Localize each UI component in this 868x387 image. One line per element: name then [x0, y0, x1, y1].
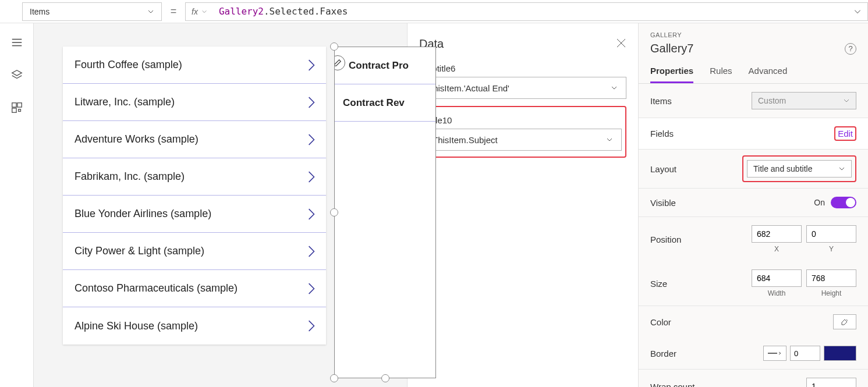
close-button[interactable] [616, 38, 626, 50]
list-item[interactable]: Adventure Works (sample) [63, 121, 326, 158]
list-item[interactable]: Blue Yonder Airlines (sample) [63, 196, 326, 233]
svg-rect-6 [18, 109, 20, 112]
prop-label-layout: Layout [650, 164, 676, 174]
sublabel-y: Y [806, 245, 856, 253]
tab-advanced[interactable]: Advanced [749, 66, 788, 83]
sublabel-height: Height [806, 289, 856, 297]
formula-input[interactable]: Gallery2.Selected.Faxes [213, 2, 868, 21]
highlight-annotation: Edit [834, 126, 856, 141]
list-item[interactable]: Contoso Pharmaceuticals (sample) [63, 270, 326, 307]
prop-label-items: Items [650, 96, 672, 106]
resize-handle[interactable] [330, 208, 338, 216]
edit-template-button[interactable] [335, 55, 345, 70]
chevron-right-icon [307, 59, 316, 72]
canvas[interactable]: Fourth Coffee (sample) Litware, Inc. (sa… [34, 23, 407, 387]
title-binding-dropdown[interactable]: ThisItem.Subject [424, 129, 622, 151]
tab-rules[interactable]: Rules [710, 66, 732, 83]
layout-dropdown[interactable]: Title and subtitle [747, 160, 852, 177]
list-item[interactable]: Litware, Inc. (sample) [63, 84, 326, 121]
fx-button[interactable]: fx [185, 2, 213, 21]
chevron-down-icon [147, 8, 154, 15]
prop-label-wrap-count: Wrap count [650, 382, 695, 388]
properties-pane: GALLERY Gallery7 ? Properties Rules Adva… [638, 23, 868, 387]
field-label: Title10 [426, 115, 622, 125]
position-y-input[interactable] [806, 225, 856, 243]
color-picker[interactable] [833, 314, 856, 329]
prop-label-border: Border [650, 349, 676, 358]
position-x-input[interactable] [752, 225, 802, 243]
property-dropdown-label: Items [30, 7, 49, 16]
chevron-down-icon [843, 97, 850, 104]
line-icon [768, 351, 782, 356]
chevron-right-icon [307, 133, 316, 146]
chevron-right-icon [307, 96, 316, 109]
chevron-down-icon [853, 8, 862, 16]
chevron-right-icon [307, 208, 316, 221]
data-pane: Data Subtitle6 ThisItem.'Actual End' Tit… [407, 23, 638, 387]
control-name[interactable]: Gallery7 [650, 42, 693, 55]
svg-rect-3 [12, 103, 16, 107]
formula-token-object: Gallery2 [219, 6, 264, 17]
paint-icon [840, 317, 849, 326]
chevron-down-icon [611, 84, 618, 91]
chevron-right-icon [307, 171, 316, 183]
prop-label-fields: Fields [650, 129, 674, 139]
sublabel-x: X [752, 245, 802, 253]
visible-toggle[interactable] [831, 197, 856, 208]
property-dropdown[interactable]: Items [22, 2, 162, 21]
items-dropdown[interactable]: Custom [752, 92, 856, 109]
resize-handle[interactable] [330, 374, 338, 382]
list-item[interactable]: Contract Rev [335, 84, 435, 122]
list-item[interactable]: City Power & Light (sample) [63, 233, 326, 270]
control-type-label: GALLERY [650, 31, 856, 38]
resize-handle[interactable] [381, 374, 389, 382]
close-icon [616, 38, 626, 48]
chevron-right-icon [307, 245, 316, 258]
hamburger-icon[interactable] [10, 36, 23, 49]
fields-edit-link[interactable]: Edit [838, 129, 853, 139]
svg-rect-5 [12, 108, 16, 112]
gallery-selected[interactable]: Contract Pro Contract Rev [334, 47, 436, 378]
border-style-dropdown[interactable] [763, 346, 786, 361]
size-width-input[interactable] [752, 269, 802, 287]
pencil-icon [335, 59, 342, 67]
help-button[interactable]: ? [845, 43, 856, 55]
list-item[interactable]: Fabrikam, Inc. (sample) [63, 158, 326, 196]
list-item[interactable]: Fourth Coffee (sample) [63, 47, 326, 84]
equals-sign: = [162, 5, 185, 17]
left-rail [0, 23, 34, 387]
sublabel-width: Width [752, 289, 802, 297]
components-icon[interactable] [10, 101, 23, 114]
chevron-down-icon [201, 9, 207, 15]
toggle-state-label: On [814, 198, 825, 207]
layers-icon[interactable] [10, 69, 23, 81]
subtitle-binding-dropdown[interactable]: ThisItem.'Actual End' [419, 77, 626, 99]
prop-label-position: Position [650, 235, 681, 244]
fx-label: fx [192, 7, 198, 16]
field-label: Subtitle6 [421, 63, 626, 73]
wrap-count-input[interactable] [806, 378, 856, 387]
gallery-accounts[interactable]: Fourth Coffee (sample) Litware, Inc. (sa… [63, 47, 326, 345]
border-color-picker[interactable] [824, 346, 856, 361]
size-height-input[interactable] [806, 269, 856, 287]
chevron-right-icon [307, 319, 316, 332]
chevron-right-icon [307, 282, 316, 295]
highlight-annotation: Title and subtitle [742, 155, 856, 182]
list-item[interactable]: Alpine Ski House (sample) [63, 307, 326, 345]
prop-label-color: Color [650, 317, 671, 327]
tab-properties[interactable]: Properties [650, 66, 693, 83]
highlight-annotation: Title10 ThisItem.Subject [419, 106, 626, 158]
border-width-input[interactable] [790, 346, 820, 361]
svg-rect-4 [17, 103, 21, 107]
chevron-down-icon [606, 136, 613, 143]
formula-token-rest: .Selected.Faxes [264, 6, 348, 17]
list-item[interactable]: Contract Pro [335, 47, 435, 84]
prop-label-size: Size [650, 279, 667, 289]
chevron-down-icon [838, 165, 845, 172]
prop-label-visible: Visible [650, 198, 676, 208]
